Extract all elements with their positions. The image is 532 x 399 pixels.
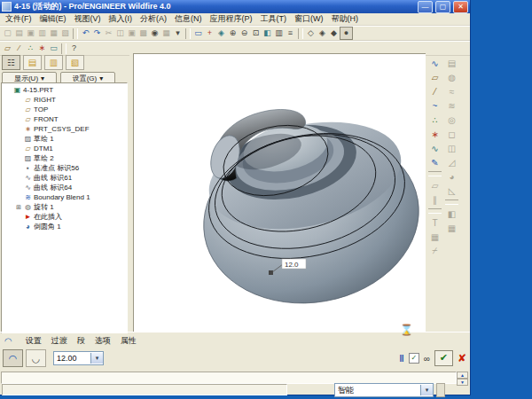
- maximize-button[interactable]: ▢: [435, 1, 450, 13]
- saved-views-icon[interactable]: ◧: [262, 27, 273, 39]
- expand-icon[interactable]: ⊞: [15, 204, 22, 211]
- copy-icon[interactable]: ◫: [114, 27, 126, 39]
- menu-tools[interactable]: 工具(T): [261, 13, 287, 25]
- tree-item-dtm1[interactable]: ▱ DTM1: [2, 144, 127, 153]
- zoom-in-icon[interactable]: ⊕: [227, 27, 239, 39]
- menu-window[interactable]: 窗口(W): [294, 13, 324, 25]
- menu-applications[interactable]: 应用程序(P): [210, 13, 253, 25]
- shaded-icon[interactable]: ●: [340, 27, 353, 40]
- round-tool-icon[interactable]: ◕: [444, 169, 459, 184]
- datum-point-tool-icon[interactable]: ∴: [427, 113, 442, 127]
- minimize-button[interactable]: —: [418, 1, 433, 13]
- rib-tool-icon[interactable]: ◫: [444, 141, 459, 155]
- sketch-tool-icon[interactable]: ✎: [427, 155, 442, 169]
- repaint-icon[interactable]: ▭: [192, 27, 204, 39]
- palette-tool-icon[interactable]: ▦: [427, 230, 442, 244]
- sets-mode-button[interactable]: ◠: [3, 349, 23, 367]
- datum-axis-tool-icon[interactable]: ⁄: [427, 84, 442, 98]
- menu-file[interactable]: 文件(F): [5, 13, 32, 25]
- zoom-out-icon[interactable]: ⊖: [239, 27, 250, 39]
- dashboard-tab-options[interactable]: 选项: [95, 335, 111, 347]
- use-edge-icon[interactable]: ▱: [427, 178, 442, 192]
- pattern-tool-icon[interactable]: ▦: [444, 221, 459, 235]
- tree-item-curve-64[interactable]: ∿ 曲线 标识64: [2, 183, 127, 192]
- no-hidden-icon[interactable]: ◆: [328, 27, 340, 39]
- undo-icon[interactable]: ↶: [80, 27, 91, 39]
- tree-item-revolve[interactable]: ⊞ ◍ 旋转 1: [2, 202, 127, 212]
- orient-mode-icon[interactable]: ◈: [215, 27, 227, 39]
- chevron-down-icon[interactable]: ▾: [420, 385, 433, 395]
- model-tree-tab[interactable]: ☷: [2, 55, 20, 70]
- chamfer-tool-icon[interactable]: ◺: [444, 184, 459, 198]
- save-file-icon[interactable]: ▣: [25, 27, 36, 39]
- tree-item-sketch-1[interactable]: ▨ 草绘 1: [2, 134, 127, 144]
- dashboard-tab-transitions[interactable]: 过渡: [51, 335, 67, 347]
- tree-item-boundary-blend[interactable]: ≋ Boundary Blend 1: [2, 192, 127, 202]
- tree-item-insert-here[interactable]: ► 在此插入: [2, 212, 127, 222]
- paste-icon[interactable]: ▣: [126, 27, 137, 39]
- redo-icon[interactable]: ↷: [91, 27, 103, 39]
- tree-item-front-plane[interactable]: ▱ FRONT: [2, 114, 127, 124]
- trim-tool-icon[interactable]: ⌿: [427, 244, 442, 258]
- offset-edge-icon[interactable]: ∥: [427, 192, 442, 207]
- transitions-mode-button[interactable]: ◡: [26, 349, 46, 367]
- tree-item-csys[interactable]: ∗ PRT_CSYS_DEF: [2, 124, 127, 134]
- email-icon[interactable]: ▧: [59, 27, 71, 39]
- blend-tool-icon[interactable]: ≋: [444, 98, 459, 113]
- close-button[interactable]: ✕: [453, 1, 468, 13]
- tree-item-sketch-2[interactable]: ▨ 草绘 2: [2, 153, 127, 163]
- menu-edit[interactable]: 编辑(E): [40, 13, 66, 25]
- chevron-down-icon[interactable]: ▾: [90, 353, 103, 364]
- spin-center-icon[interactable]: +: [204, 27, 215, 39]
- menu-view[interactable]: 视图(V): [74, 13, 101, 25]
- sweep-tool-icon[interactable]: ≈: [444, 84, 459, 98]
- find-icon[interactable]: ◉: [149, 27, 160, 39]
- menu-info[interactable]: 信息(N): [175, 13, 202, 25]
- tree-item-round[interactable]: ◕ 倒圆角 1: [2, 222, 127, 231]
- select-options-icon[interactable]: ▦: [160, 27, 172, 39]
- scroll-up-button[interactable]: ▲: [457, 372, 468, 379]
- tree-item-part-root[interactable]: ▣ 4-15.PRT: [2, 85, 127, 95]
- print-preview-icon[interactable]: ▦: [48, 27, 59, 39]
- menu-analysis[interactable]: 分析(A): [140, 13, 167, 25]
- datum-curve-tool-icon[interactable]: ~: [427, 98, 442, 113]
- layers-icon[interactable]: ≡: [285, 27, 296, 39]
- cancel-button[interactable]: ✘: [458, 352, 466, 364]
- tree-item-top-plane[interactable]: ▱ TOP: [2, 105, 127, 114]
- new-file-icon[interactable]: ▢: [2, 27, 13, 39]
- hidden-line-icon[interactable]: ◈: [317, 27, 328, 39]
- dropdown-caret-icon[interactable]: ▾: [172, 27, 184, 39]
- hole-tool-icon[interactable]: ◎: [444, 113, 459, 127]
- folder-browser-tab[interactable]: ▤: [23, 55, 42, 70]
- cut-icon[interactable]: ✂: [103, 27, 114, 39]
- menu-insert[interactable]: 插入(I): [109, 13, 133, 25]
- style-tool-icon[interactable]: ∿: [427, 56, 442, 70]
- connections-tab[interactable]: ▧: [66, 55, 84, 70]
- tree-item-datum-point[interactable]: ▪ 基准点 标识56: [2, 163, 127, 173]
- draft-tool-icon[interactable]: ◿: [444, 155, 459, 169]
- tree-item-curve-61[interactable]: ∿ 曲线 标识61: [2, 173, 127, 183]
- radius-combobox[interactable]: 12.00 ▾: [53, 351, 104, 365]
- dashboard-tab-pieces[interactable]: 段: [77, 335, 85, 347]
- resize-grip[interactable]: [436, 383, 445, 397]
- datum-csys-tool-icon[interactable]: ∗: [427, 127, 442, 141]
- ok-button[interactable]: ✔: [434, 350, 453, 366]
- paste-special-icon[interactable]: ▩: [137, 27, 149, 39]
- tree-item-right-plane[interactable]: ▱ RIGHT: [2, 95, 127, 105]
- refit-icon[interactable]: ⊡: [250, 27, 262, 39]
- wireframe-icon[interactable]: ◇: [305, 27, 317, 39]
- shell-tool-icon[interactable]: ◻: [444, 127, 459, 141]
- preview-checkbox[interactable]: ✓: [409, 353, 419, 364]
- extrude-tool-icon[interactable]: ▤: [444, 56, 459, 70]
- view-manager-icon[interactable]: ▥: [273, 27, 285, 39]
- open-file-icon[interactable]: ▤: [13, 27, 25, 39]
- selection-filter-combobox[interactable]: 智能 ▾: [334, 383, 434, 397]
- pause-button[interactable]: ‖: [399, 353, 403, 364]
- datum-plane-tool-icon[interactable]: ▱: [427, 70, 442, 84]
- dashboard-tab-properties[interactable]: 属性: [121, 335, 137, 347]
- revolve-tool-icon[interactable]: ◍: [444, 70, 459, 84]
- mirror-tool-icon[interactable]: ◧: [444, 207, 459, 221]
- scroll-down-button[interactable]: ▼: [457, 379, 468, 386]
- menu-help[interactable]: 帮助(H): [332, 13, 359, 25]
- print-icon[interactable]: ▥: [36, 27, 48, 39]
